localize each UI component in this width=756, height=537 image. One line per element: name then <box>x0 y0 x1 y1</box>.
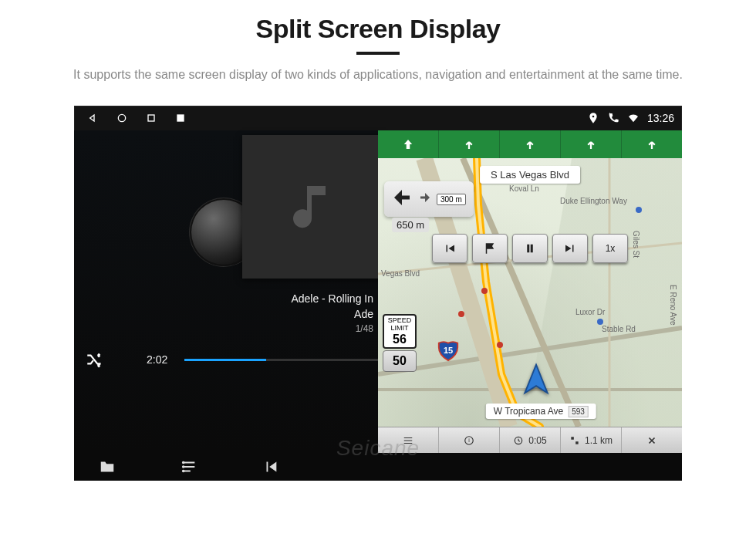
progress-bar[interactable] <box>184 359 378 361</box>
map-street-label: Koval Ln <box>509 184 539 193</box>
svg-rect-2 <box>177 114 184 121</box>
poi-marker <box>478 285 491 300</box>
nav-eta: 0:05 <box>500 427 561 453</box>
elapsed-time: 2:02 <box>147 353 167 366</box>
sim-pause-button[interactable] <box>512 234 548 263</box>
lane-arrow <box>500 130 561 158</box>
svg-point-0 <box>118 114 125 121</box>
track-index: 1/48 <box>291 323 373 334</box>
map-street-label: Giles St <box>632 231 640 258</box>
nav-info-button[interactable]: i <box>439 427 500 453</box>
svg-point-6 <box>597 319 603 325</box>
svg-point-11 <box>183 462 184 464</box>
vehicle-arrow <box>519 362 553 399</box>
poi-marker <box>594 316 606 331</box>
nav-distance: 1.1 km <box>561 427 622 453</box>
poi-marker <box>455 308 467 323</box>
next-turn-distance: 300 m <box>437 194 466 205</box>
title-divider <box>356 52 400 55</box>
poi-marker <box>494 339 506 354</box>
clock: 13:26 <box>647 112 674 124</box>
notification-icon <box>174 112 187 124</box>
folder-icon[interactable] <box>97 458 117 475</box>
phone-icon <box>607 112 619 124</box>
track-title: Adele - Rolling In <box>291 292 373 305</box>
sim-prev-button[interactable] <box>432 234 467 263</box>
music-note-icon <box>286 179 342 235</box>
svg-point-4 <box>458 311 464 317</box>
svg-point-3 <box>481 288 488 294</box>
music-app-pane: Adele - Rolling In Ade 1/48 2:02 <box>74 130 378 453</box>
speed-limit-sign: SPEED LIMIT 56 <box>383 314 417 349</box>
turn-left-icon <box>390 186 413 212</box>
svg-point-13 <box>183 471 184 472</box>
device-frame: 13:26 Adele - Rolling In Ade 1/48 2:02 <box>74 106 682 481</box>
sim-speed-button[interactable]: 1x <box>592 234 628 263</box>
track-artist: Ade <box>291 308 373 320</box>
map-street-label: Duke Ellington Way <box>560 197 627 205</box>
location-icon <box>587 112 599 124</box>
sim-flag-button[interactable] <box>472 234 508 263</box>
current-speed: 50 <box>383 350 417 372</box>
svg-point-12 <box>183 466 184 468</box>
street-label-bottom: W Tropicana Ave593 <box>486 404 596 419</box>
lane-guidance-strip <box>378 130 682 158</box>
page-subtitle: It supports the same screen display of t… <box>62 66 694 84</box>
svg-point-7 <box>636 207 642 213</box>
street-label-top: S Las Vegas Blvd <box>480 166 580 184</box>
shuffle-icon[interactable] <box>85 350 105 370</box>
nav-footer-bar: i 0:05 1.1 km <box>378 427 682 453</box>
home-icon[interactable] <box>116 112 128 124</box>
nav-menu-button[interactable] <box>378 427 439 453</box>
album-art-placeholder <box>242 135 386 279</box>
current-turn-distance: 650 m <box>392 218 429 232</box>
lane-arrow <box>439 130 500 158</box>
progress-fill <box>184 359 265 361</box>
turn-panel: 300 m 650 m <box>384 181 474 217</box>
nav-close-button[interactable] <box>622 427 682 453</box>
page-title: Split Screen Display <box>31 14 725 44</box>
lane-arrow <box>561 130 622 158</box>
map-street-label: Stable Rd <box>602 325 636 333</box>
wifi-icon <box>627 112 640 124</box>
android-statusbar: 13:26 <box>74 106 682 130</box>
navigation-app-pane: S Las Vegas Blvd 300 m 650 m 1x SPEED LI… <box>378 130 682 453</box>
back-icon[interactable] <box>86 112 99 124</box>
previous-track-icon[interactable] <box>261 458 281 475</box>
turn-right-icon <box>418 191 432 208</box>
poi-marker <box>633 204 645 219</box>
interstate-shield: 15 <box>437 339 460 362</box>
svg-rect-1 <box>148 115 154 121</box>
recent-apps-icon[interactable] <box>145 112 157 124</box>
playlist-icon[interactable] <box>179 458 199 475</box>
map-street-label: Vegas Blvd <box>381 269 420 278</box>
lane-arrow <box>378 130 439 158</box>
map-street-label: E Reno Ave <box>669 285 677 326</box>
svg-text:i: i <box>468 437 470 443</box>
simulation-controls: 1x <box>432 234 628 263</box>
svg-point-5 <box>497 342 503 348</box>
lane-arrow <box>622 130 682 158</box>
music-bottom-bar <box>74 453 682 481</box>
sim-next-button[interactable] <box>552 234 588 263</box>
